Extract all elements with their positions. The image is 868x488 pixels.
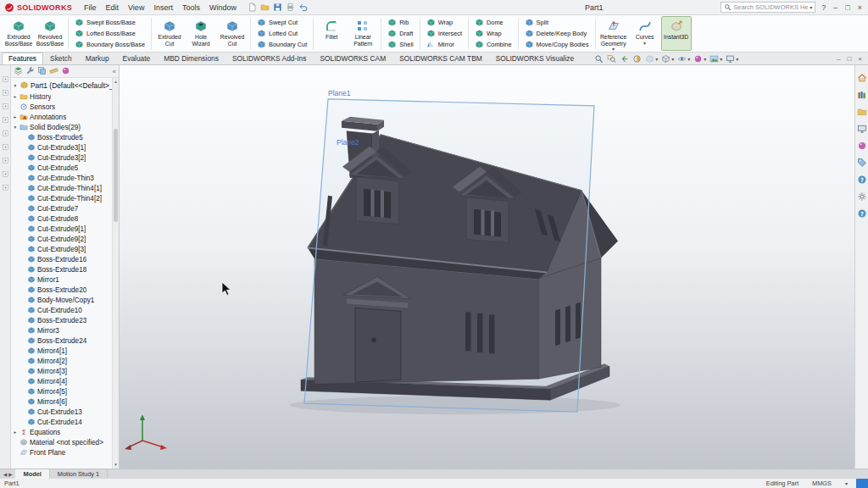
tree-item-sensors[interactable]: Sensors xyxy=(11,102,112,112)
manager-tab-displaymanager[interactable] xyxy=(61,66,70,77)
section-view-button[interactable] xyxy=(632,54,642,64)
tree-item-cut-extrude-thin4-1[interactable]: Cut-Extrude-Thin4[1] xyxy=(11,183,112,193)
intersect-button[interactable]: Intersect xyxy=(424,28,465,39)
tree-item-cut-extrude9-2[interactable]: Cut-Extrude9[2] xyxy=(11,234,112,244)
tree-scrollbar[interactable]: ▲ ▼ xyxy=(112,78,119,469)
edit-appearance-button[interactable]: ▾ xyxy=(693,54,706,64)
tree-item-cut-extrude7[interactable]: Cut-Extrude7 xyxy=(11,203,112,214)
rib-button[interactable]: Rib xyxy=(385,17,415,28)
expand-arrow-icon[interactable]: ▸ xyxy=(13,94,18,99)
display-style-button[interactable]: ▾ xyxy=(661,54,674,64)
tree-item-mirror4-4[interactable]: Mirror4[4] xyxy=(11,376,112,386)
expand-arrow-icon[interactable]: ▸ xyxy=(13,430,18,435)
tree-item-boss-extrude23[interactable]: Boss-Extrude23 xyxy=(11,315,112,325)
tree-item-history[interactable]: ▸History xyxy=(11,92,112,102)
scroll-thumb[interactable] xyxy=(114,129,118,222)
tree-item-mirror3[interactable]: Mirror3 xyxy=(11,325,112,336)
tree-item-cut-extrude13[interactable]: Cut-Extrude13 xyxy=(11,407,112,417)
status-units[interactable]: MMGS xyxy=(812,480,832,487)
split-button[interactable]: Split xyxy=(522,17,592,28)
boundary-cut-button[interactable]: Boundary Cut xyxy=(254,39,309,50)
doc-restore-button[interactable]: □ xyxy=(847,55,851,63)
swept-cut-button[interactable]: Swept Cut xyxy=(254,17,309,28)
tree-item-front-plane[interactable]: Front Plane xyxy=(11,447,112,458)
tree-root[interactable]: ▾ Part1 (Default<<Default>_Display S xyxy=(11,80,119,91)
shell-button[interactable]: Shell xyxy=(385,39,415,50)
tree-item-cut-extrude14[interactable]: Cut-Extrude14 xyxy=(11,417,112,427)
tab-solidworks-cam-tbm[interactable]: SOLIDWORKS CAM TBM xyxy=(392,53,489,64)
file-explorer-button[interactable] xyxy=(857,107,867,119)
tab-mbd-dimensions[interactable]: MBD Dimensions xyxy=(157,53,225,64)
lofted-boss-base-button[interactable]: Lofted Boss/Base xyxy=(72,28,147,39)
help-button[interactable]: ? xyxy=(821,3,826,12)
combine-button[interactable]: Combine xyxy=(472,39,515,50)
tree-item-annotations[interactable]: ▸AAnnotations xyxy=(11,112,112,122)
curves-button[interactable]: Curves▾ xyxy=(630,16,660,51)
tab-scroll-left-icon[interactable]: ◀ xyxy=(3,472,7,477)
tab-evaluate[interactable]: Evaluate xyxy=(116,53,158,64)
draft-button[interactable]: Draft xyxy=(385,28,415,39)
dropdown-caret[interactable]: ▾ xyxy=(736,57,738,62)
3d-house-model[interactable] xyxy=(120,65,854,469)
move-copy-bodies-button[interactable]: Move/Copy Bodies xyxy=(522,39,592,50)
dropdown-caret[interactable]: ▾ xyxy=(643,41,646,46)
reference-geometry-button[interactable]: Reference Geometry▾ xyxy=(598,16,629,51)
tree-item-mirror4-2[interactable]: Mirror4[2] xyxy=(11,356,112,366)
solidworks-forum-button[interactable]: ? xyxy=(857,175,867,186)
tree-item-boss-extrude20[interactable]: Boss-Extrude20 xyxy=(11,285,112,295)
hole-wizard-button[interactable]: Hole Wizard xyxy=(186,16,216,51)
tree-item-cut-extrude9-3[interactable]: Cut-Extrude9[3] xyxy=(11,244,112,254)
expand-arrow-icon[interactable]: ▾ xyxy=(13,125,18,130)
tree-item-boss-extrude18[interactable]: Boss-Extrude18 xyxy=(11,264,112,274)
dropdown-caret[interactable]: ▾ xyxy=(671,57,674,62)
swept-boss-base-button[interactable]: Swept Boss/Base xyxy=(72,17,147,28)
scroll-up-arrow[interactable]: ▲ xyxy=(113,78,119,86)
boundary-boss-base-button[interactable]: Boundary Boss/Base xyxy=(72,39,147,50)
manager-tab-propertymanager[interactable] xyxy=(25,66,35,77)
panel-collapse-button[interactable]: « xyxy=(113,68,116,75)
apply-scene-button[interactable]: ▾ xyxy=(709,54,722,64)
tree-item-boss-extrude24[interactable]: Boss-Extrude24 xyxy=(11,336,112,346)
menu-edit[interactable]: Edit xyxy=(102,3,124,13)
tree-item-solid-bodies-29[interactable]: ▾Solid Bodies(29) xyxy=(11,122,112,132)
tab-scroll-buttons[interactable]: ◀ ▶ xyxy=(0,469,15,479)
menu-window[interactable]: Window xyxy=(205,3,241,13)
scroll-down-arrow[interactable]: ▼ xyxy=(113,461,119,469)
tree-item-mirror4-3[interactable]: Mirror4[3] xyxy=(11,366,112,376)
settings-button[interactable] xyxy=(857,191,867,203)
tree-item-cut-extrude8[interactable]: Cut-Extrude8 xyxy=(11,214,112,224)
tree-item-cut-extrude3-1[interactable]: Cut-Extrude3[1] xyxy=(11,142,112,152)
revolved-boss-base-button[interactable]: Revolved Boss/Base xyxy=(35,16,65,51)
help-search[interactable]: ▾ xyxy=(721,2,815,13)
window-slots-front[interactable] xyxy=(465,312,495,353)
tab-markup[interactable]: Markup xyxy=(79,53,116,64)
tree-item-mirror4-1[interactable]: Mirror4[1] xyxy=(11,346,112,356)
dropdown-caret[interactable]: ▾ xyxy=(655,57,658,62)
tab-scroll-right-icon[interactable]: ▶ xyxy=(8,472,12,477)
linear-pattern-button[interactable]: Linear Pattern xyxy=(348,16,378,51)
hide-show-items-button[interactable]: ▾ xyxy=(677,54,690,64)
appearances-scenes-button[interactable] xyxy=(857,141,867,152)
dropdown-caret[interactable]: ▾ xyxy=(720,57,722,62)
tab-solidworks-cam[interactable]: SOLIDWORKS CAM xyxy=(313,53,392,64)
menu-file[interactable]: File xyxy=(80,3,101,13)
dropdown-caret[interactable]: ▾ xyxy=(612,47,615,52)
menu-tools[interactable]: Tools xyxy=(178,3,204,13)
wrap-button[interactable]: Wrap xyxy=(424,17,465,28)
menu-view[interactable]: View xyxy=(124,3,148,13)
tree-item-material-not-specified[interactable]: Material <not specified> xyxy=(11,437,112,447)
menu-insert[interactable]: Insert xyxy=(149,3,177,13)
mirror-button[interactable]: Mirror xyxy=(424,39,465,50)
expand-arrow-icon[interactable]: ▸ xyxy=(13,114,18,119)
model-tab-model[interactable]: Model xyxy=(15,469,49,479)
tree-item-mirror4-6[interactable]: Mirror4[6] xyxy=(11,396,112,407)
tree-item-equations[interactable]: ▸ΣEquations xyxy=(11,427,112,437)
custom-properties-button[interactable] xyxy=(857,158,867,169)
minimize-button[interactable]: – xyxy=(833,3,837,12)
tree-item-cut-extrude5[interactable]: Cut-Extrude5 xyxy=(11,163,112,173)
tab-features[interactable]: Features xyxy=(2,53,43,64)
close-button[interactable]: × xyxy=(858,3,862,12)
dome-button[interactable]: Dome xyxy=(472,17,515,28)
tab-solidworks-add-ins[interactable]: SOLIDWORKS Add-Ins xyxy=(225,53,314,64)
view-orientation-button[interactable]: ▾ xyxy=(645,54,658,64)
